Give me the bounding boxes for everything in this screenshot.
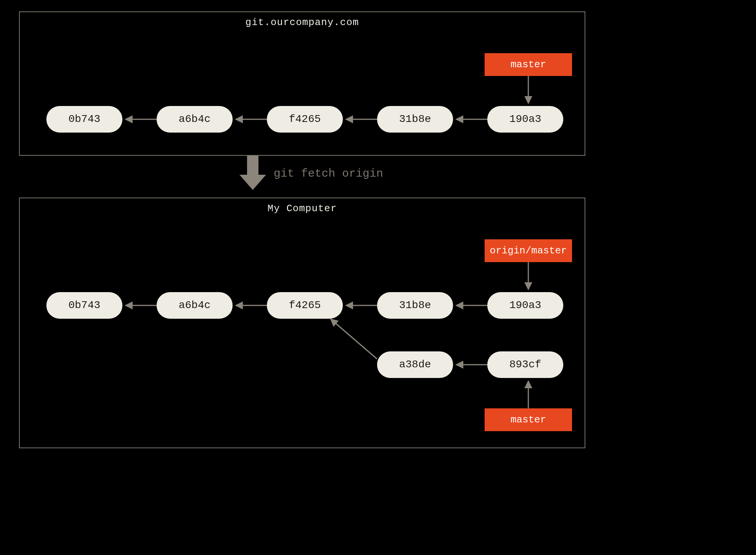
diagram-stage: git.ourcompany.com master 0b743 a6b4c f4…	[0, 0, 756, 555]
commit-node: 31b8e	[377, 106, 453, 133]
local-ref-origin-master: origin/master	[485, 239, 572, 262]
commit-node: f4265	[267, 292, 343, 319]
commit-node: a6b4c	[157, 106, 233, 133]
commit-node: a6b4c	[157, 292, 233, 319]
remote-ref-master: master	[485, 53, 572, 76]
commit-node: 190a3	[487, 292, 563, 319]
svg-rect-13	[247, 156, 258, 177]
fetch-command-label: git fetch origin	[274, 167, 383, 180]
commit-node: 31b8e	[377, 292, 453, 319]
commit-node: a38de	[377, 351, 453, 378]
local-ref-master: master	[485, 408, 572, 431]
local-panel-title: My Computer	[20, 203, 585, 214]
commit-node: 893cf	[487, 351, 563, 378]
big-down-arrow-icon	[239, 156, 266, 190]
commit-node: 0b743	[46, 292, 122, 319]
remote-panel-title: git.ourcompany.com	[20, 17, 585, 28]
commit-node: 190a3	[487, 106, 563, 133]
commit-node: 0b743	[46, 106, 122, 133]
commit-node: f4265	[267, 106, 343, 133]
remote-panel: git.ourcompany.com	[19, 11, 585, 156]
